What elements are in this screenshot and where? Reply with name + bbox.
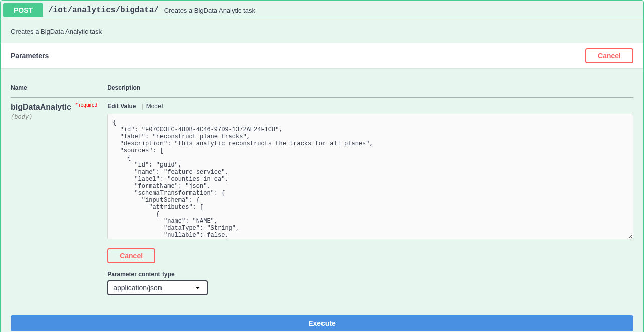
method-badge: POST: [3, 3, 43, 17]
tab-model[interactable]: Model: [146, 103, 166, 110]
operation-description: Creates a BigData Analytic task: [1, 20, 643, 43]
operation-block: POST /iot/analytics/bigdata/ Creates a B…: [0, 0, 644, 332]
operation-summary-row[interactable]: POST /iot/analytics/bigdata/ Creates a B…: [1, 1, 643, 20]
param-tabs: Edit Value | Model: [107, 103, 633, 110]
parameters-title: Parameters: [11, 52, 49, 60]
parameters-header: Parameters Cancel: [1, 43, 643, 68]
execute-wrapper: Execute: [1, 310, 643, 332]
body-param-textarea[interactable]: [107, 114, 633, 239]
param-name: bigDataAnalytic: [11, 103, 71, 111]
col-header-description: Description: [107, 78, 633, 98]
table-row: bigDataAnalytic * required (body) Edit V…: [11, 98, 633, 301]
tab-edit-value[interactable]: Edit Value: [107, 103, 138, 110]
param-cancel-button[interactable]: Cancel: [107, 248, 155, 263]
cancel-button[interactable]: Cancel: [585, 48, 633, 63]
param-required-label: * required: [73, 102, 97, 108]
operation-path: /iot/analytics/bigdata/: [43, 6, 164, 15]
operation-summary-text: Creates a BigData Analytic task: [164, 7, 255, 14]
execute-button[interactable]: Execute: [11, 315, 633, 331]
parameters-table: Name Description bigDataAnalytic * requi…: [11, 78, 633, 300]
tab-separator: |: [139, 103, 146, 110]
content-type-select[interactable]: application/json: [107, 280, 208, 295]
parameters-container: Name Description bigDataAnalytic * requi…: [1, 68, 643, 310]
content-type-label: Parameter content type: [107, 271, 633, 278]
param-in: (body): [11, 114, 97, 121]
col-header-name: Name: [11, 78, 107, 98]
